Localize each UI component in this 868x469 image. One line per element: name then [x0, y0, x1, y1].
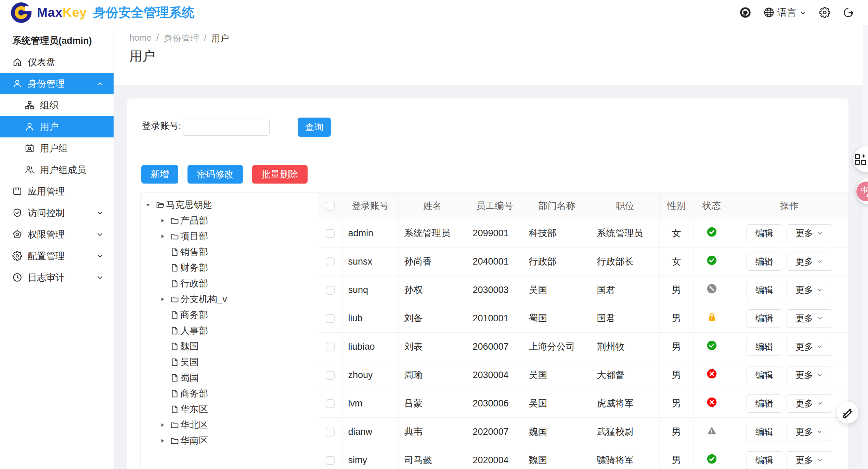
tree-node[interactable]: 行政部	[141, 276, 318, 291]
widgets-float-button[interactable]	[853, 146, 868, 172]
status-check-icon	[707, 340, 717, 351]
tree-node-label: 产品部	[180, 214, 208, 227]
more-button[interactable]: 更多	[787, 309, 832, 327]
more-button[interactable]: 更多	[787, 338, 832, 356]
row-checkbox[interactable]	[326, 314, 335, 323]
tree-node[interactable]: 销售部	[141, 244, 318, 260]
scrollbar-track[interactable]	[863, 25, 868, 469]
settings-gear-icon[interactable]	[819, 7, 830, 18]
sidebar-item-organization[interactable]: 组织	[0, 94, 114, 116]
github-icon[interactable]	[740, 7, 751, 18]
breadcrumb-item[interactable]: home	[129, 32, 152, 44]
tree-caret[interactable]	[145, 202, 156, 207]
tree-node[interactable]: 分支机构_v	[141, 291, 318, 307]
more-button[interactable]: 更多	[787, 394, 832, 413]
tree-node[interactable]: 蜀国	[141, 370, 318, 386]
chevron-down-icon	[816, 372, 823, 378]
cell-employee-no: 2030006	[467, 389, 523, 418]
tree-node[interactable]: 华南区	[141, 433, 318, 448]
tree-caret[interactable]	[160, 297, 170, 302]
logout-icon[interactable]	[843, 7, 854, 18]
tree-node[interactable]: 吴国	[141, 354, 318, 370]
more-button[interactable]: 更多	[787, 366, 832, 384]
more-button[interactable]: 更多	[787, 224, 832, 242]
add-button[interactable]: 新增	[141, 165, 178, 184]
row-checkbox[interactable]	[326, 286, 335, 295]
tree-node[interactable]: 马克思钥匙	[141, 197, 318, 213]
tree-node-label: 华东区	[180, 403, 208, 415]
tree-caret[interactable]	[160, 234, 170, 239]
chevron-down-icon	[816, 428, 823, 435]
tree-node[interactable]: 项目部	[141, 228, 318, 244]
chevron-down-icon	[96, 209, 104, 217]
batch-delete-button[interactable]: 批量删除	[252, 165, 308, 184]
select-all-checkbox[interactable]	[326, 202, 335, 211]
translate-float-button[interactable]: 中 A	[856, 178, 868, 204]
cell-gender: 男	[659, 304, 694, 333]
sidebar-item-group-members[interactable]: 用户组成员	[0, 159, 114, 180]
tree-node[interactable]: 商务部	[141, 386, 318, 401]
tree-caret[interactable]	[160, 423, 170, 428]
tree-node[interactable]: 产品部	[141, 213, 318, 228]
topbar: MaxKey 身份安全管理系统 语言	[0, 0, 868, 25]
edit-button[interactable]: 编辑	[747, 366, 782, 384]
sidebar-item-audit[interactable]: 日志审计	[0, 267, 114, 288]
edit-button[interactable]: 编辑	[747, 451, 782, 469]
sidebar-item-access[interactable]: 访问控制	[0, 202, 114, 224]
sidebar-item-identity[interactable]: 身份管理	[0, 73, 114, 94]
edit-button[interactable]: 编辑	[747, 253, 782, 271]
brand-max: Max	[37, 5, 63, 19]
cell-position: 国君	[591, 276, 659, 304]
tree-node-label: 吴国	[180, 356, 199, 368]
cell-login: liubiao	[342, 333, 398, 361]
language-selector[interactable]: 语言	[763, 6, 807, 19]
row-checkbox[interactable]	[326, 399, 335, 408]
more-button[interactable]: 更多	[787, 423, 832, 441]
edit-button[interactable]: 编辑	[747, 423, 782, 441]
sidebar-item-label: 应用管理	[28, 185, 65, 198]
edit-button[interactable]: 编辑	[747, 309, 782, 327]
tree-caret[interactable]	[160, 438, 170, 443]
sidebar-item-users[interactable]: 用户	[0, 116, 114, 137]
row-checkbox[interactable]	[326, 428, 335, 437]
chevron-down-icon	[816, 258, 823, 265]
cell-status	[694, 304, 730, 333]
status-slash-icon	[707, 283, 717, 294]
edit-button[interactable]: 编辑	[747, 338, 782, 356]
sidebar-item-config[interactable]: 配置管理	[0, 245, 114, 267]
tree-node[interactable]: 人事部	[141, 323, 318, 338]
tree-node[interactable]: 商务部	[141, 307, 318, 323]
sidebar-item-apps[interactable]: 应用管理	[0, 180, 114, 202]
login-account-input[interactable]	[183, 119, 270, 136]
query-button[interactable]: 查询	[298, 118, 331, 137]
tree-node[interactable]: 财务部	[141, 260, 318, 276]
column-header: 员工编号	[467, 193, 523, 219]
brand[interactable]: MaxKey 身份安全管理系统	[10, 2, 194, 24]
tree-node[interactable]: 华东区	[141, 401, 318, 417]
cell-name: 司马懿	[398, 446, 467, 469]
edit-button[interactable]: 编辑	[747, 224, 782, 242]
cell-actions: 编辑 更多	[730, 446, 848, 469]
sidebar-item-user-groups[interactable]: 用户组	[0, 137, 114, 159]
tree-node-label: 商务部	[180, 309, 208, 321]
magic-wand-float-button[interactable]	[837, 402, 858, 424]
file-icon	[170, 310, 179, 320]
more-button[interactable]: 更多	[787, 253, 832, 271]
row-checkbox[interactable]	[326, 343, 335, 351]
row-checkbox[interactable]	[326, 229, 335, 238]
sidebar-item-permissions[interactable]: 权限管理	[0, 224, 114, 245]
edit-button[interactable]: 编辑	[747, 281, 782, 299]
tree-node[interactable]: 魏国	[141, 338, 318, 354]
tree-caret[interactable]	[160, 218, 170, 223]
row-checkbox[interactable]	[326, 257, 335, 266]
breadcrumb-item[interactable]: 身份管理	[164, 32, 199, 44]
more-button[interactable]: 更多	[787, 281, 832, 299]
cell-actions: 编辑 更多	[730, 418, 848, 446]
sidebar-item-dashboard[interactable]: 仪表盘	[0, 51, 114, 73]
row-checkbox[interactable]	[326, 456, 335, 465]
row-checkbox[interactable]	[326, 371, 335, 380]
change-password-button[interactable]: 密码修改	[187, 165, 243, 184]
more-button[interactable]: 更多	[787, 451, 832, 469]
tree-node[interactable]: 华北区	[141, 417, 318, 433]
edit-button[interactable]: 编辑	[747, 394, 782, 413]
